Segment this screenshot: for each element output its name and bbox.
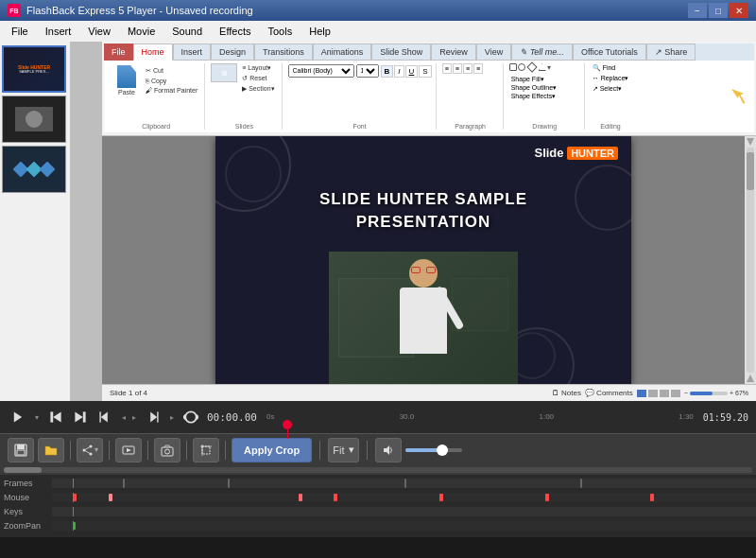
camera-icon (161, 444, 174, 457)
tab-office-tutorials[interactable]: Office Tutorials (573, 44, 646, 61)
notes-btn[interactable]: 🗒 Notes (552, 389, 581, 397)
volume-control (375, 438, 462, 462)
svg-rect-1 (50, 411, 53, 422)
slide-thumb-3[interactable] (2, 146, 66, 193)
zoompan-label: ZoomPan (0, 521, 52, 531)
playhead[interactable] (283, 420, 292, 439)
tab-animations[interactable]: Animations (313, 44, 372, 61)
prev-step[interactable]: ◂ (119, 412, 129, 422)
maximize-button[interactable]: □ (709, 3, 728, 18)
movie-button[interactable] (115, 438, 142, 462)
slide-thumb-1[interactable]: Slide HUNTER SAMPLE PRES... (2, 45, 66, 93)
minimize-button[interactable]: − (688, 3, 707, 18)
scroll-up[interactable] (747, 138, 754, 146)
tab-share[interactable]: ↗ Share (646, 44, 696, 61)
menu-file[interactable]: File (4, 21, 36, 42)
format-painter[interactable]: 🖌 Format Painter (143, 86, 200, 95)
tab-file[interactable]: File (104, 44, 133, 61)
scroll-thumb[interactable] (4, 467, 42, 473)
play-button[interactable] (8, 407, 28, 427)
paste-button[interactable]: Paste (112, 63, 142, 97)
crop-icon (199, 444, 213, 457)
align-right[interactable]: ≡ (463, 63, 472, 74)
justify[interactable]: ≡ (473, 63, 483, 74)
volume-track[interactable] (405, 448, 462, 452)
step-next[interactable]: ▸ (167, 412, 177, 422)
tab-design[interactable]: Design (211, 44, 254, 61)
select-button[interactable]: ↗ Select▾ (591, 84, 631, 94)
shape-fill[interactable]: Shape Fill▾ (509, 76, 558, 83)
shapes-more[interactable]: ▾ (547, 63, 551, 72)
statusbar-right: 🗒 Notes 💬 Comments − + 67% (552, 389, 748, 397)
time-0s: 0s (266, 412, 274, 421)
shape-effects[interactable]: Shape Effects▾ (509, 93, 558, 100)
tab-home[interactable]: Home (133, 44, 173, 61)
menu-effects[interactable]: Effects (212, 21, 258, 42)
copy-button[interactable]: ⎘ Copy (143, 77, 200, 85)
menu-insert[interactable]: Insert (38, 21, 79, 42)
zoom-plus[interactable]: + (730, 390, 733, 396)
cut-button[interactable]: ✂ Cut (143, 66, 200, 76)
skip-start-icon (49, 410, 62, 424)
speed-down[interactable]: ▾ (32, 412, 42, 422)
titlebar-buttons[interactable]: − □ ✕ (688, 3, 748, 18)
reading-view[interactable] (660, 390, 669, 397)
normal-view[interactable] (637, 390, 646, 397)
prev-frame-button[interactable] (94, 407, 115, 427)
next-step[interactable]: ▸ (129, 412, 139, 422)
menu-view[interactable]: View (80, 21, 118, 42)
share-button[interactable]: ▾ (77, 438, 103, 462)
close-button[interactable]: ✕ (730, 3, 748, 18)
loop-button[interactable] (180, 407, 201, 427)
layout-button[interactable]: ≡ Layout▾ (239, 63, 277, 73)
section-button[interactable]: ▶ Section▾ (239, 84, 277, 94)
underline-button[interactable]: U (405, 65, 419, 78)
tab-tell-me[interactable]: ✎ Tell me... (511, 44, 573, 61)
slide-panel: Slide HUNTER SAMPLE PRES... (0, 42, 71, 401)
volume-button[interactable] (375, 438, 402, 462)
tab-slideshow[interactable]: Slide Show (371, 44, 431, 61)
next-frame-button[interactable] (143, 407, 163, 427)
fit-dropdown[interactable]: Fit ▾ (328, 438, 358, 462)
tab-view[interactable]: View (476, 44, 511, 61)
find-button[interactable]: 🔍 Find (591, 63, 631, 73)
open-button[interactable] (38, 438, 64, 462)
screenshot-button[interactable] (154, 438, 180, 462)
reset-button[interactable]: ↺ Reset (239, 74, 277, 83)
ppt-scrollbar[interactable] (745, 136, 756, 384)
font-size-select[interactable]: 18 (356, 64, 379, 78)
menu-sound[interactable]: Sound (164, 21, 210, 42)
font-family-select[interactable]: Calibri (Body) (288, 64, 354, 78)
slideshow-view[interactable] (671, 390, 680, 397)
strikethrough-button[interactable]: S (419, 65, 431, 78)
skip-end-button[interactable] (70, 407, 91, 427)
tab-transitions[interactable]: Transitions (254, 44, 313, 61)
shape-outline[interactable]: Shape Outline▾ (509, 84, 558, 92)
save-button[interactable] (8, 438, 34, 462)
bold-button[interactable]: B (381, 65, 394, 78)
menu-movie[interactable]: Movie (120, 21, 163, 42)
tab-review[interactable]: Review (431, 44, 476, 61)
crop-button[interactable] (193, 438, 219, 462)
keys-playhead (73, 507, 74, 516)
italic-button[interactable]: I (394, 65, 404, 78)
align-center[interactable]: ≡ (453, 63, 462, 74)
slide-sorter[interactable] (648, 390, 658, 397)
scroll-down[interactable] (747, 375, 754, 382)
skip-start-button[interactable] (45, 407, 66, 427)
toolbar-bar: ▾ Apply Crop Fit ▾ (0, 433, 756, 465)
scroll-track[interactable] (4, 467, 752, 473)
slide-thumb-2[interactable] (2, 96, 66, 143)
tab-insert[interactable]: Insert (173, 44, 212, 61)
comments-btn[interactable]: 💬 Comments (585, 389, 633, 397)
volume-thumb[interactable] (437, 445, 448, 456)
align-left[interactable]: ≡ (442, 63, 452, 74)
menu-help[interactable]: Help (301, 21, 338, 42)
zoom-track[interactable] (690, 392, 728, 395)
zoom-minus[interactable]: − (684, 390, 688, 396)
replace-button[interactable]: ↔ Replace▾ (591, 74, 631, 83)
scroll-thumb[interactable] (747, 152, 754, 190)
menu-tools[interactable]: Tools (261, 21, 301, 42)
timeline-scrollbar[interactable] (0, 465, 756, 475)
apply-crop-button[interactable]: Apply Crop (232, 438, 312, 462)
